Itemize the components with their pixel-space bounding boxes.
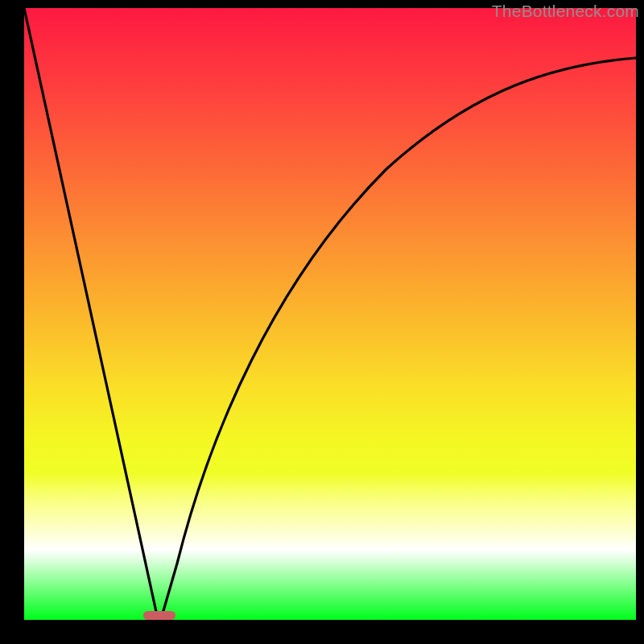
watermark-text: TheBottleneck.com <box>492 2 639 21</box>
optimal-marker <box>143 611 175 620</box>
plot-area <box>24 8 636 620</box>
curve-path <box>24 8 636 619</box>
bottleneck-curve <box>24 8 636 620</box>
chart-frame: TheBottleneck.com <box>0 0 644 644</box>
